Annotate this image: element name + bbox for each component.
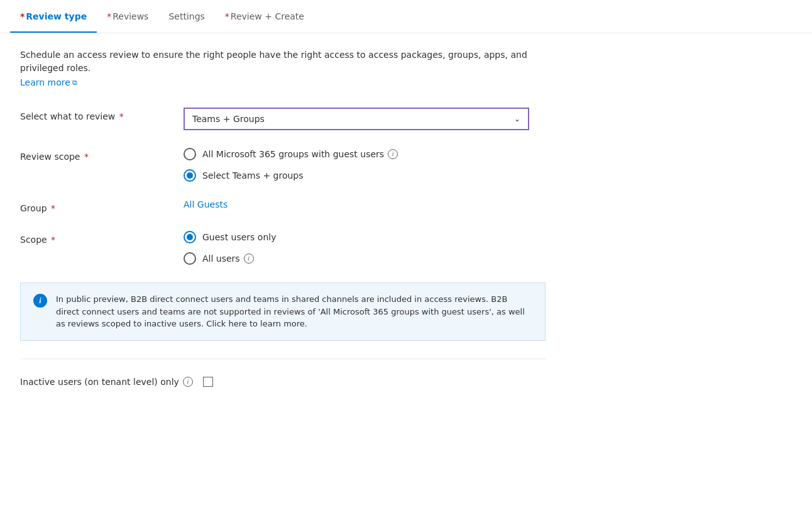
select-what-to-review-label: Select what to review * (20, 108, 184, 121)
scope-radio-group: Guest users only All users i (184, 231, 529, 265)
tab-review-create-star: * (225, 11, 229, 21)
tab-reviews-star: * (107, 11, 111, 21)
radio-circle-select-teams (184, 169, 196, 182)
group-control: All Guests (184, 199, 529, 209)
chevron-down-icon: ⌄ (514, 114, 520, 123)
tab-settings-label: Settings (168, 11, 204, 21)
form-section: Select what to review * Teams + Groups ⌄… (20, 108, 546, 387)
radio-circle-guest-only (184, 231, 196, 243)
radio-guest-only[interactable]: Guest users only (184, 231, 529, 243)
learn-more-link[interactable]: Learn more⧉ (20, 77, 77, 87)
tab-review-create-label: Review + Create (231, 11, 304, 21)
group-row: Group * All Guests (20, 199, 546, 213)
radio-select-teams[interactable]: Select Teams + groups (184, 169, 529, 182)
description-text: Schedule an access review to ensure the … (20, 48, 546, 75)
radio-all-m365[interactable]: All Microsoft 365 groups with guest user… (184, 148, 529, 160)
select-what-to-review-control: Teams + Groups ⌄ (184, 108, 529, 130)
tab-review-type-label: Review type (26, 11, 87, 21)
tab-review-type-star: * (20, 11, 25, 21)
scope-label: Scope * (20, 231, 184, 245)
tab-review-type[interactable]: * Review type (10, 0, 97, 33)
review-scope-label: Review scope * (20, 148, 184, 162)
group-label: Group * (20, 199, 184, 213)
info-banner: i In public preview, B2B direct connect … (20, 282, 546, 341)
scope-control: Guest users only All users i (184, 231, 529, 265)
inactive-users-row: Inactive users (on tenant level) only i (20, 374, 546, 387)
radio-circle-all-m365 (184, 148, 196, 160)
teams-groups-dropdown[interactable]: Teams + Groups ⌄ (184, 108, 529, 130)
radio-label-guest-only: Guest users only (202, 232, 276, 242)
tab-bar: * Review type * Reviews Settings * Revie… (0, 0, 812, 33)
info-icon-all-m365[interactable]: i (388, 149, 398, 159)
review-scope-row: Review scope * All Microsoft 365 groups … (20, 148, 546, 182)
review-scope-control: All Microsoft 365 groups with guest user… (184, 148, 529, 182)
select-what-to-review-row: Select what to review * Teams + Groups ⌄ (20, 108, 546, 130)
tab-settings[interactable]: Settings (158, 0, 214, 33)
review-scope-radio-group: All Microsoft 365 groups with guest user… (184, 148, 529, 182)
radio-label-all-users: All users i (202, 254, 254, 264)
radio-all-users[interactable]: All users i (184, 252, 529, 265)
info-banner-text: In public preview, B2B direct connect us… (56, 293, 532, 330)
tab-reviews[interactable]: * Reviews (97, 0, 158, 33)
external-link-icon: ⧉ (72, 79, 77, 87)
learn-more-label: Learn more (20, 77, 70, 87)
inactive-users-label: Inactive users (on tenant level) only i (20, 377, 193, 387)
info-icon-inactive[interactable]: i (183, 377, 193, 387)
divider (20, 359, 546, 359)
all-guests-link[interactable]: All Guests (184, 199, 228, 209)
inactive-users-checkbox[interactable] (203, 377, 213, 387)
radio-circle-all-users (184, 252, 196, 265)
tab-reviews-label: Reviews (112, 11, 148, 21)
radio-label-all-m365: All Microsoft 365 groups with guest user… (202, 149, 398, 159)
info-icon-all-users[interactable]: i (244, 254, 254, 264)
radio-label-select-teams: Select Teams + groups (202, 170, 304, 181)
dropdown-value: Teams + Groups (192, 114, 265, 124)
tab-review-create[interactable]: * Review + Create (215, 0, 314, 33)
main-content: Schedule an access review to ensure the … (0, 33, 566, 402)
scope-row: Scope * Guest users only All users (20, 231, 546, 265)
info-banner-icon: i (33, 294, 47, 308)
